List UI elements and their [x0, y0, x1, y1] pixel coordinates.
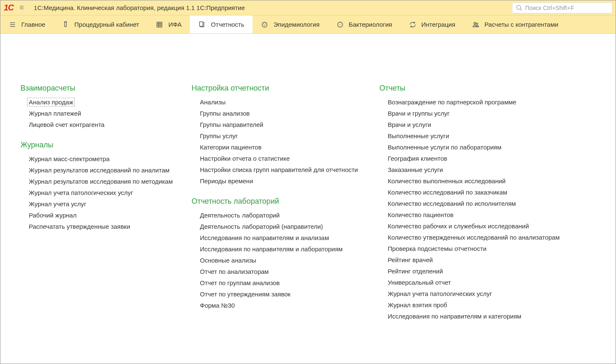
link-item[interactable]: Категории пациентов — [200, 144, 262, 151]
column-2: Настройка отчетностиАнализыГруппы анализ… — [192, 84, 379, 364]
link-item[interactable]: Журнал учета патологических услуг — [29, 189, 133, 196]
nav-label: ИФА — [168, 21, 182, 28]
section-header[interactable]: Настройка отчетности — [192, 84, 379, 93]
section: Отчетность лабораторийДеятельность лабор… — [192, 197, 379, 309]
link-item[interactable]: Основные анализы — [200, 257, 256, 264]
link-item[interactable]: Количество исследований по заказчикам — [388, 189, 507, 196]
link-item[interactable]: Количество выполненных исследований — [388, 177, 505, 185]
nav-item-7[interactable]: Расчеты с контрагентами — [464, 15, 567, 33]
link-item[interactable]: Журнал результатов исследований по анали… — [29, 167, 169, 174]
link-item[interactable]: Рейтинг врачей — [388, 256, 433, 263]
nav-label: Эпидемиология — [273, 21, 319, 28]
link-item[interactable]: Врачи и услуги — [388, 121, 431, 128]
link-item[interactable]: Журнал учета патологических услуг — [388, 290, 492, 297]
hamburger-icon[interactable]: ≡ — [17, 3, 27, 12]
links-list: Журнал масс-спектрометраЖурнал результат… — [20, 155, 192, 230]
link-item[interactable]: Количество исследований по исполнителям — [388, 200, 516, 207]
link-item[interactable]: Выполненные услуги — [388, 132, 449, 139]
section-header[interactable]: Взаиморасчеты — [20, 84, 192, 93]
svg-point-14 — [262, 22, 267, 27]
section: ЖурналыЖурнал масс-спектрометраЖурнал ре… — [20, 141, 192, 230]
main-nav: ГлавноеПроцедурный кабинетИФАОтчетностьЭ… — [0, 15, 616, 34]
link-item[interactable]: Журнал взятия проб — [388, 301, 447, 308]
link-item[interactable]: Деятельность лабораторий (направители) — [200, 223, 323, 230]
section-header[interactable]: Отчеты — [379, 84, 596, 93]
links-list: Анализ продажЖурнал платежейЛицевой счет… — [20, 99, 192, 128]
link-item[interactable]: Врачи и группы услуг — [388, 110, 449, 117]
link-item[interactable]: Исследования по направителям и лаборатор… — [200, 245, 343, 253]
link-item[interactable]: Периоды времени — [200, 177, 253, 185]
link-item[interactable]: Рабочий журнал — [29, 212, 76, 219]
link-item[interactable]: Настройки отчета о статистике — [200, 155, 290, 162]
nav-item-4[interactable]: Эпидемиология — [252, 15, 328, 33]
nav-label: Интеграция — [422, 21, 455, 28]
link-item[interactable]: Журнал платежей — [29, 110, 81, 117]
link-item[interactable]: Отчет по анализаторам — [200, 268, 269, 275]
svg-point-19 — [339, 24, 340, 25]
link-item[interactable]: Отчет по утверждениям заявок — [200, 291, 290, 298]
nav-item-2[interactable]: ИФА — [147, 15, 190, 33]
nav-item-0[interactable]: Главное — [0, 15, 53, 33]
nav-item-6[interactable]: Интеграция — [401, 15, 464, 33]
nav-label: Главное — [21, 21, 45, 28]
grid-icon — [156, 21, 163, 28]
nav-item-5[interactable]: Бактериология — [328, 15, 401, 33]
section-header[interactable]: Отчетность лабораторий — [192, 197, 379, 206]
section: ВзаиморасчетыАнализ продажЖурнал платеже… — [20, 84, 192, 128]
people-icon — [472, 21, 480, 28]
link-item[interactable]: Лицевой счет контрагента — [29, 121, 104, 128]
link-item[interactable]: Выполненные услуги по лабораториям — [388, 144, 501, 151]
links-list: Вознаграждение по партнерской программеВ… — [379, 99, 596, 320]
nav-item-1[interactable]: Процедурный кабинет — [53, 15, 147, 33]
link-item[interactable]: Количество утвержденных исследований по … — [388, 234, 560, 241]
link-item[interactable]: Анализы — [200, 99, 225, 106]
section: ОтчетыВознаграждение по партнерской прог… — [379, 84, 596, 320]
link-item[interactable]: Журнал масс-спектрометра — [29, 155, 110, 162]
svg-point-20 — [340, 25, 341, 25]
virus-icon — [261, 21, 268, 28]
link-item[interactable]: Группы анализов — [200, 110, 250, 117]
link-item[interactable]: Заказанные услуги — [388, 166, 443, 173]
titlebar: 1C ≡ 1С:Медицина. Клиническая лаборатори… — [0, 0, 616, 15]
svg-point-18 — [338, 22, 343, 27]
nav-label: Расчеты с контрагентами — [485, 21, 558, 28]
menu-icon — [9, 21, 16, 28]
link-item[interactable]: Деятельность лабораторий — [200, 212, 280, 219]
logo-area: 1C ≡ — [4, 3, 26, 13]
links-list: АнализыГруппы анализовГруппы направителе… — [192, 99, 379, 185]
link-item[interactable]: Форма №30 — [200, 302, 235, 309]
link-item[interactable]: Группы услуг — [200, 132, 238, 139]
link-item[interactable]: Журнал учета услуг — [29, 200, 86, 207]
column-1: ВзаиморасчетыАнализ продажЖурнал платеже… — [20, 84, 192, 364]
svg-point-22 — [476, 23, 478, 24]
content-area: ВзаиморасчетыАнализ продажЖурнал платеже… — [0, 34, 616, 364]
link-item[interactable]: Журнал результатов исследования по метод… — [29, 178, 173, 185]
nav-label: Процедурный кабинет — [74, 21, 139, 28]
search-input[interactable] — [525, 5, 608, 11]
link-item[interactable]: Вознаграждение по партнерской программе — [388, 99, 516, 106]
link-item[interactable]: Настройки списка групп направителей для … — [200, 166, 358, 173]
link-item[interactable]: Количество рабочих и служебных исследова… — [388, 222, 529, 230]
svg-point-17 — [264, 25, 265, 26]
link-item[interactable]: Количество пациентов — [388, 211, 454, 218]
link-item[interactable]: Группы направителей — [200, 121, 263, 128]
search-box[interactable] — [512, 3, 612, 13]
svg-line-1 — [520, 9, 522, 10]
svg-point-21 — [474, 22, 476, 24]
nav-item-3[interactable]: Отчетность — [190, 15, 252, 33]
section-header[interactable]: Журналы — [20, 141, 192, 149]
link-item[interactable]: Распечатать утвержденные заявки — [29, 223, 130, 230]
link-item[interactable]: Рейтинг отделений — [388, 268, 443, 275]
link-item[interactable]: География клиентов — [388, 155, 447, 162]
links-list: Деятельность лабораторийДеятельность лаб… — [192, 212, 379, 309]
link-item[interactable]: Проверка подсистемы отчетности — [388, 245, 487, 252]
svg-rect-5 — [65, 22, 67, 27]
link-item[interactable]: Исследования по направителям и анализам — [200, 234, 329, 241]
link-item[interactable]: Исследования по направителям и категория… — [388, 313, 521, 320]
column-3: ОтчетыВознаграждение по партнерской прог… — [379, 84, 596, 364]
link-item[interactable]: Универсальный отчет — [388, 279, 451, 286]
link-item[interactable]: Отчет по группам анализов — [200, 279, 280, 286]
link-item[interactable]: Анализ продаж — [27, 98, 75, 106]
nav-label: Отчетность — [211, 21, 244, 28]
svg-rect-7 — [157, 22, 162, 27]
